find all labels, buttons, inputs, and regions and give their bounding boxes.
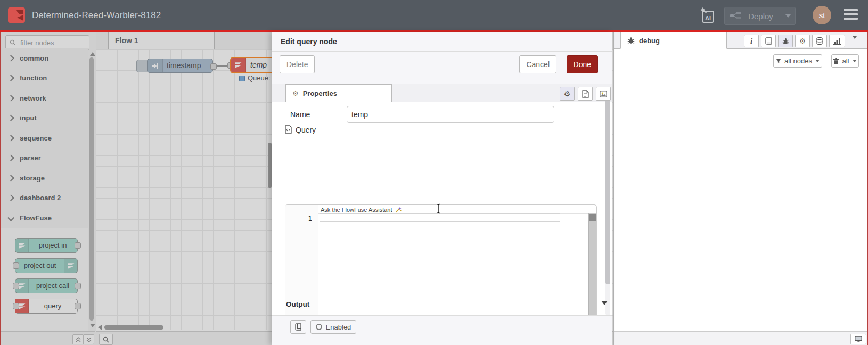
sidebar-footer	[614, 331, 867, 345]
bar-chart-icon	[833, 38, 841, 45]
debug-filter-row: all nodes all	[614, 49, 867, 69]
caret-down-icon	[785, 14, 791, 18]
project-title: Determined-Reed-Warbler-8182	[32, 0, 161, 30]
main-area: common function network input sequence p…	[0, 32, 868, 345]
properties-tab-button[interactable]: ⚙	[560, 87, 575, 101]
name-label: Name	[290, 110, 310, 119]
right-sidebar: debug i ⚙	[613, 32, 867, 345]
file-code-icon	[285, 125, 292, 134]
open-debug-window-button[interactable]	[850, 334, 866, 344]
tray-form: Name Query 1 Ask the FlowFuse Assistant	[272, 102, 612, 315]
sidebar-options-button[interactable]	[853, 39, 857, 47]
trash-icon	[833, 58, 839, 64]
query-label: Query	[296, 126, 316, 134]
debug-clear-button[interactable]: all	[831, 54, 859, 68]
ai-assistant-button[interactable]: AI	[699, 6, 716, 24]
caret-down-icon	[815, 60, 820, 62]
caret-down-icon	[853, 36, 857, 47]
document-icon	[582, 90, 589, 98]
appearance-icon	[600, 91, 607, 97]
tray-footer: Enabled	[272, 315, 612, 345]
book-icon	[295, 323, 302, 331]
gear-icon: ⚙	[292, 89, 299, 97]
magic-wand-icon	[395, 207, 402, 213]
name-field[interactable]	[347, 106, 554, 123]
description-tab-button[interactable]	[578, 87, 593, 101]
enabled-toggle-button[interactable]: Enabled	[310, 320, 356, 334]
funnel-icon	[776, 59, 781, 64]
deploy-button[interactable]: Deploy	[724, 7, 796, 25]
header: Determined-Reed-Warbler-8182 AI Deploy	[0, 0, 868, 30]
user-avatar[interactable]: st	[813, 6, 831, 24]
gear-icon: ⚙	[799, 37, 806, 45]
gear-icon: ⚙	[564, 89, 571, 98]
bug-icon	[782, 38, 789, 45]
line-number: 1	[285, 215, 312, 223]
tab-debug[interactable]: debug	[620, 32, 727, 49]
deploy-icon	[730, 12, 741, 21]
caret-down-icon	[853, 60, 857, 62]
assistant-hint-button[interactable]: Ask the FlowFuse Assistant	[321, 206, 402, 213]
bug-icon	[627, 37, 635, 44]
tab-properties[interactable]: ⚙ Properties	[285, 84, 392, 102]
toggle-circle-icon	[316, 324, 322, 330]
workspace-left-accent	[0, 32, 1, 345]
hamburger-menu-icon[interactable]	[844, 9, 858, 22]
edit-node-tray: Edit query node Delete Cancel Done ⚙ Pro…	[272, 32, 612, 345]
config-nodes-tab-button[interactable]: ⚙	[795, 35, 810, 47]
ai-assistant-icon: AI	[699, 6, 716, 24]
appearance-tab-button[interactable]	[596, 87, 611, 101]
node-help-button[interactable]	[290, 320, 306, 334]
monitor-icon	[855, 336, 862, 342]
text-cursor-pointer	[435, 203, 441, 216]
info-icon: i	[750, 37, 752, 46]
done-button[interactable]: Done	[567, 55, 598, 73]
canvas-vertical-scrollbar[interactable]	[268, 143, 272, 188]
debug-filter-button[interactable]: all nodes	[773, 54, 822, 68]
database-icon	[816, 37, 823, 45]
flowfuse-logo-icon	[8, 7, 25, 23]
scroll-down-indicator	[601, 301, 608, 305]
output-section-label: Output	[286, 300, 309, 308]
deploy-label: Deploy	[741, 12, 781, 21]
tray-scrollbar[interactable]	[605, 94, 610, 315]
debug-tab-button[interactable]	[778, 35, 793, 47]
deploy-options-button[interactable]	[781, 7, 795, 24]
context-data-tab-button[interactable]	[812, 35, 827, 47]
info-tab-button[interactable]: i	[744, 35, 759, 47]
book-icon	[765, 37, 772, 45]
svg-text:AI: AI	[705, 15, 711, 21]
delete-button[interactable]: Delete	[280, 55, 315, 73]
cancel-button[interactable]: Cancel	[519, 55, 556, 73]
help-tab-button[interactable]	[761, 35, 776, 47]
tray-title: Edit query node	[272, 32, 612, 52]
flowfuse-node-red-editor: Determined-Reed-Warbler-8182 AI Deploy	[0, 0, 868, 345]
dashboard-tab-button[interactable]	[829, 35, 845, 47]
